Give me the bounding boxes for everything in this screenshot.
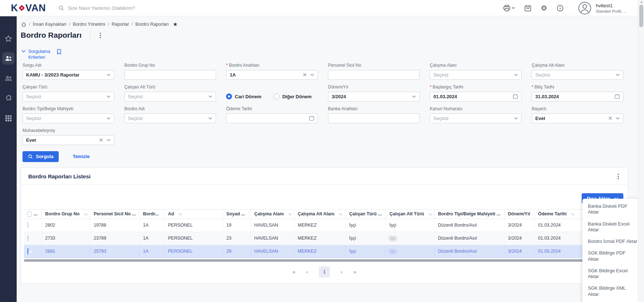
radio-diger-donem[interactable]: Diğer Dönem <box>274 94 312 99</box>
chevron-down-icon[interactable] <box>208 95 212 98</box>
row-checkbox[interactable] <box>28 235 28 241</box>
bordro-tipi-select[interactable]: Seçiniz <box>22 113 114 123</box>
sidebar-item-integrations[interactable] <box>2 92 14 104</box>
clear-x-icon[interactable] <box>99 138 103 142</box>
calendar-button[interactable] <box>524 5 531 12</box>
chevron-down-icon[interactable] <box>616 74 620 76</box>
export-menu-item[interactable]: SGK Bildirge XML Aktar <box>582 282 643 300</box>
chevron-down-icon[interactable] <box>107 74 111 76</box>
sorgu-adi-select[interactable]: KAMU - 3/2023 Raporlar <box>22 70 114 80</box>
select-all-checkbox[interactable] <box>28 211 32 217</box>
bordro-grup-no-input[interactable] <box>124 70 216 80</box>
column-header[interactable]: Çalışan Alt Türü↑↓ <box>386 209 434 219</box>
chevron-down-icon[interactable] <box>107 139 111 141</box>
temizle-button[interactable]: Temizle <box>72 154 90 159</box>
export-menu-item[interactable]: Bordro Raporu PDF Aktar <box>582 300 643 302</box>
bookmark-icon[interactable] <box>57 49 61 55</box>
favorite-star-icon[interactable]: ★ <box>173 21 178 28</box>
user-menu[interactable]: hvltest1 Standart Profil, ... <box>578 1 627 15</box>
column-header[interactable]: Personel Sicil No ... <box>90 209 139 219</box>
bordro-anahtari-combobox[interactable]: 1A <box>226 70 318 80</box>
calendar-icon[interactable] <box>513 94 518 99</box>
sort-icon[interactable]: ↑↓ <box>178 212 182 216</box>
horizontal-scrollbar-thumb[interactable] <box>24 259 595 262</box>
column-header[interactable]: Çalışan Türü ... <box>345 209 386 219</box>
export-menu-item[interactable]: Banka Disketi Excel Aktar <box>582 218 643 236</box>
sort-icon[interactable]: ↑↓ <box>339 212 342 216</box>
column-header[interactable]: Bordro Tipi/Belge Mahiyeti ... <box>434 209 504 219</box>
select-all-header[interactable]: ... <box>24 209 41 219</box>
calisan-turu-select[interactable]: Seçiniz <box>22 92 114 102</box>
chevron-down-icon[interactable] <box>107 95 111 98</box>
home-icon[interactable] <box>21 22 26 27</box>
column-header[interactable]: Ödeme Tarihi↑↓ <box>534 209 586 219</box>
column-header[interactable]: Bordr... <box>139 209 164 219</box>
breadcrumb-item[interactable]: İnsan Kaynakları <box>33 22 66 27</box>
list-kebab-menu[interactable]: ⋮ <box>615 173 621 180</box>
sidebar-item-personnel[interactable] <box>2 72 14 84</box>
sidebar-item-hr-active[interactable] <box>2 52 14 65</box>
radio-cari-donem[interactable]: Cari Dönem <box>226 94 261 99</box>
donem-yil-select[interactable]: 3/2024 <box>328 92 420 102</box>
settings-gear-button[interactable]: ⚙ <box>541 4 547 12</box>
column-header[interactable]: Bordro Grup No↑↓ <box>41 209 90 219</box>
table-row[interactable]: 2733237891APERSONEL23HAVELSANMERKEZİşçiİ… <box>24 232 625 245</box>
odeme-tarihi-datepicker[interactable] <box>226 113 318 123</box>
sort-icon[interactable]: ↑↓ <box>84 212 87 216</box>
sort-icon[interactable]: ↑↓ <box>428 212 432 216</box>
export-menu-item[interactable]: Bordro İcmal PDF Aktar <box>582 236 643 247</box>
calisan-alt-turu-select[interactable]: Seçiniz <box>124 92 216 102</box>
row-checkbox[interactable] <box>28 248 28 254</box>
chevron-down-icon[interactable] <box>514 117 518 120</box>
column-header[interactable]: Çalışma Alt Alanı↑↓ <box>294 209 345 219</box>
page-kebab-menu[interactable]: ⋮ <box>97 32 103 39</box>
clear-x-icon[interactable] <box>303 73 307 76</box>
table-row[interactable]: 2881257931APERSONEL29HAVELSANMERKEZİşçiİ… <box>24 245 625 258</box>
calendar-icon[interactable] <box>309 116 314 121</box>
calendar-icon[interactable] <box>615 94 620 99</box>
sidebar-item-apps[interactable] <box>2 112 14 124</box>
column-header[interactable]: Ad↑↓ <box>164 209 223 219</box>
calisma-alt-alani-select[interactable]: Seçiniz <box>532 70 623 80</box>
chevron-down-icon[interactable] <box>310 74 314 76</box>
info-button[interactable] <box>557 5 564 12</box>
scrollbar-up-arrow-icon[interactable]: ▲ <box>640 0 643 4</box>
column-header[interactable]: Çalışma Alanı↑↓ <box>250 209 294 219</box>
bitis-tarihi-datepicker[interactable]: 31.03.2024 <box>532 92 623 102</box>
row-checkbox[interactable] <box>28 222 28 228</box>
chevron-down-icon[interactable] <box>208 117 212 120</box>
banka-anahtari-input[interactable] <box>328 113 420 123</box>
export-menu-item[interactable]: SGK Bildirge PDF Aktar <box>582 247 643 265</box>
clear-x-icon[interactable] <box>608 116 612 120</box>
global-search-input[interactable]: Size Nasıl Yardımcı Olabilirim? <box>58 5 261 11</box>
vertical-scrollbar-thumb[interactable] <box>639 5 643 27</box>
sidebar-item-favorites[interactable] <box>2 32 14 45</box>
breadcrumb-item[interactable]: Bordro Raporları <box>135 22 169 27</box>
chevron-down-icon[interactable] <box>616 117 620 120</box>
first-page-icon[interactable]: « <box>292 269 295 274</box>
export-menu-item[interactable]: SGK Bildirge Excel Aktar <box>582 265 643 283</box>
criteria-section-header[interactable]: Sorgulama Kriterleri <box>21 49 644 61</box>
export-menu-item[interactable]: Banka Disketi PDF Aktar <box>582 200 643 218</box>
chevron-down-icon[interactable] <box>107 117 111 120</box>
current-page[interactable]: 1 <box>319 266 330 277</box>
chevron-down-icon[interactable] <box>514 74 518 76</box>
column-header[interactable]: Soyad ... <box>223 209 250 219</box>
kovan-logo[interactable]: KVAN <box>11 3 46 13</box>
column-header[interactable]: Dönem/Yıl <box>504 209 534 219</box>
sort-icon[interactable]: ↑↓ <box>571 212 574 216</box>
vertical-scrollbar[interactable]: ▲ <box>638 0 644 302</box>
breadcrumb-item[interactable]: Bordro Yönetimi <box>73 22 105 27</box>
table-row[interactable]: 2802197881APERSONEL19HAVELSANMERKEZİşçiİ… <box>24 219 625 232</box>
last-page-icon[interactable]: » <box>353 269 356 274</box>
chevron-down-icon[interactable] <box>412 95 416 98</box>
next-page-icon[interactable]: › <box>341 269 342 274</box>
muhasebelesmis-combobox[interactable]: Evet <box>22 135 114 145</box>
prev-page-icon[interactable]: ‹ <box>306 269 308 274</box>
breadcrumb-item[interactable]: Raporlar <box>112 22 129 27</box>
kanun-numarasi-select[interactable]: Seçiniz <box>430 113 522 123</box>
personel-sicil-no-input[interactable] <box>328 70 420 80</box>
calisma-alani-select[interactable]: Seçiniz <box>430 70 522 80</box>
baslangic-tarihi-datepicker[interactable]: 01.03.2024 <box>430 92 522 102</box>
sorgula-button[interactable]: Sorgula <box>22 151 59 162</box>
